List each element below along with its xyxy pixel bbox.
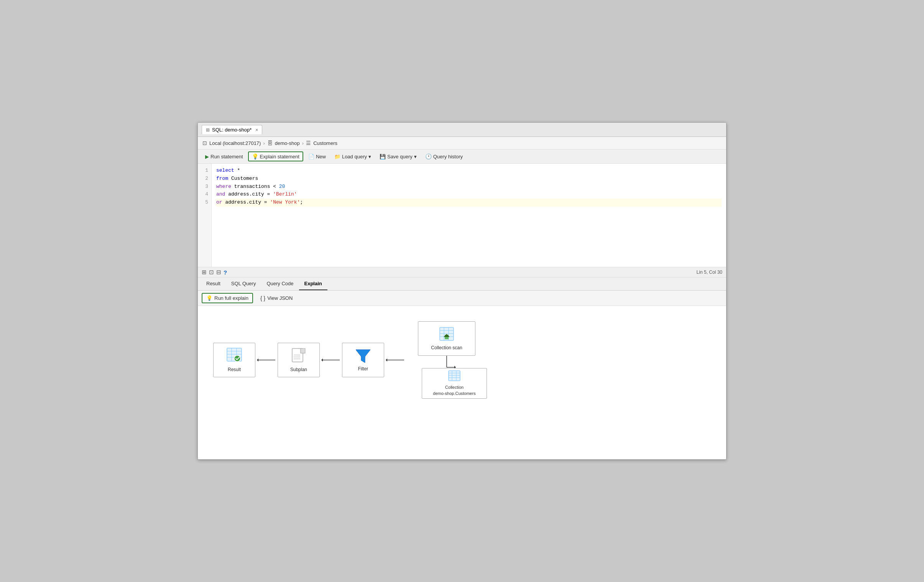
- collection-scan-label: Collection scan: [431, 345, 462, 350]
- subplan-label: Subplan: [290, 367, 307, 372]
- db-icon: 🗄: [267, 140, 272, 146]
- code-line-3: where transactions < 20: [216, 183, 721, 191]
- expand-icon[interactable]: ⊡: [209, 269, 214, 276]
- main-flow: Result: [213, 321, 487, 399]
- breadcrumb: ⊡ Local (localhost:27017) › 🗄 demo-shop …: [198, 137, 726, 150]
- filter-label: Filter: [358, 366, 368, 371]
- diagram-area: Result: [198, 306, 726, 459]
- query-history-label: Query history: [433, 154, 463, 160]
- breadcrumb-sep1: ›: [263, 140, 264, 146]
- query-history-button[interactable]: 🕐 Query history: [422, 152, 466, 161]
- save-query-button[interactable]: 💾 Save query ▾: [376, 152, 420, 161]
- subplan-node[interactable]: Subplan: [277, 343, 320, 377]
- explain-statement-button[interactable]: 💡 Explain statement: [248, 152, 303, 162]
- new-label: New: [316, 154, 326, 160]
- svg-marker-16: [356, 350, 370, 363]
- json-icon: { }: [260, 295, 265, 301]
- dropdown-arrow-icon2: ▾: [414, 154, 417, 160]
- collection-icon: [448, 370, 460, 382]
- toolbar: ▶ Run statement 💡 Explain statement 📄 Ne…: [198, 150, 726, 164]
- filter-icon: [356, 349, 370, 364]
- line-numbers: 1 2 3 4 5: [198, 164, 212, 267]
- code-line-4: and address.city = 'Berlin': [216, 191, 721, 199]
- svg-marker-18: [386, 358, 387, 361]
- editor-footer: ⊞ ⊡ ⊟ ? Lin 5, Col 30: [198, 267, 726, 278]
- arrow-1: [257, 356, 276, 364]
- load-query-button[interactable]: 📁 Load query ▾: [331, 152, 375, 161]
- help-icon[interactable]: ?: [224, 269, 227, 276]
- view-json-label: View JSON: [267, 295, 292, 301]
- tab-result[interactable]: Result: [201, 278, 226, 290]
- dropdown-arrow-icon: ▾: [368, 154, 371, 160]
- breadcrumb-collection[interactable]: Customers: [313, 140, 337, 146]
- run-full-explain-button[interactable]: 💡 Run full explain: [202, 293, 253, 303]
- code-line-1: select *: [216, 167, 721, 175]
- arrow-2: [321, 356, 340, 364]
- view-json-button[interactable]: { } View JSON: [256, 293, 297, 303]
- result-icon: [227, 348, 242, 364]
- result-label: Result: [228, 367, 241, 372]
- code-line-2: from Customers: [216, 175, 721, 183]
- collection-scan-box: Collection scan: [418, 321, 475, 356]
- svg-point-6: [234, 355, 240, 361]
- editor-footer-icons: ⊞ ⊡ ⊟ ?: [202, 269, 227, 276]
- save-query-label: Save query: [387, 154, 412, 160]
- grid-icon[interactable]: ⊞: [202, 269, 207, 276]
- load-query-label: Load query: [342, 154, 367, 160]
- collection-icon: ☰: [306, 140, 311, 146]
- svg-marker-15: [321, 358, 323, 361]
- subplan-icon: [292, 348, 305, 364]
- result-node[interactable]: Result: [213, 343, 255, 377]
- collection-scan-icon: [439, 327, 454, 343]
- tab-query-code[interactable]: Query Code: [261, 278, 299, 290]
- collapse-icon[interactable]: ⊟: [216, 269, 221, 276]
- result-tabs-bar: Result SQL Query Query Code Explain: [198, 278, 726, 291]
- explain-statement-label: Explain statement: [260, 154, 299, 160]
- save-icon: 💾: [380, 154, 386, 160]
- svg-rect-10: [300, 348, 305, 353]
- sql-icon: ⊞: [206, 127, 210, 133]
- title-bar: ⊞ SQL: demo-shop* ×: [198, 123, 726, 137]
- tab-explain[interactable]: Explain: [299, 278, 327, 290]
- tab-title: SQL: demo-shop*: [212, 127, 251, 133]
- code-editor[interactable]: 1 2 3 4 5 select * from Customers where …: [198, 164, 726, 267]
- subplan-box: Subplan: [277, 343, 320, 377]
- svg-rect-30: [449, 371, 460, 381]
- child-connector: Collectiondemo-shop.Customers: [406, 356, 487, 399]
- svg-marker-8: [257, 358, 258, 361]
- filter-box: Filter: [342, 343, 384, 377]
- run-statement-button[interactable]: ▶ Run statement: [202, 152, 246, 161]
- code-line-5: or address.city = 'New York';: [216, 199, 721, 207]
- code-content[interactable]: select * from Customers where transactio…: [212, 164, 726, 267]
- folder-icon: 📁: [334, 154, 340, 160]
- play-icon: ▶: [205, 154, 209, 160]
- new-icon: 📄: [308, 154, 314, 160]
- result-box: Result: [213, 343, 255, 377]
- history-icon: 🕐: [425, 153, 432, 160]
- bulb-icon: 💡: [252, 153, 258, 160]
- main-window: ⊞ SQL: demo-shop* × ⊡ Local (localhost:2…: [198, 122, 726, 460]
- filter-node[interactable]: Filter: [342, 343, 384, 377]
- breadcrumb-db[interactable]: demo-shop: [275, 140, 300, 146]
- explain-toolbar: 💡 Run full explain { } View JSON: [198, 291, 726, 306]
- collection-detail-label: Collectiondemo-shop.Customers: [433, 384, 475, 396]
- run-statement-label: Run statement: [211, 154, 243, 160]
- run-full-explain-label: Run full explain: [214, 295, 248, 301]
- tab-sql-query[interactable]: SQL Query: [226, 278, 261, 290]
- collection-group: Collection scan: [406, 321, 487, 399]
- bulb-icon2: 💡: [206, 295, 213, 301]
- tab-close-button[interactable]: ×: [255, 127, 258, 133]
- collection-detail-node[interactable]: Collectiondemo-shop.Customers: [422, 368, 487, 399]
- collection-detail-box: Collectiondemo-shop.Customers: [422, 368, 487, 399]
- collection-scan-node[interactable]: Collection scan: [418, 321, 475, 356]
- window-tab[interactable]: ⊞ SQL: demo-shop* ×: [202, 125, 262, 134]
- editor-position: Lin 5, Col 30: [696, 270, 722, 275]
- new-button[interactable]: 📄 New: [305, 152, 329, 161]
- breadcrumb-local[interactable]: Local (localhost:27017): [210, 140, 261, 146]
- arrow-3: [386, 356, 405, 364]
- local-icon: ⊡: [203, 140, 207, 146]
- breadcrumb-sep2: ›: [302, 140, 304, 146]
